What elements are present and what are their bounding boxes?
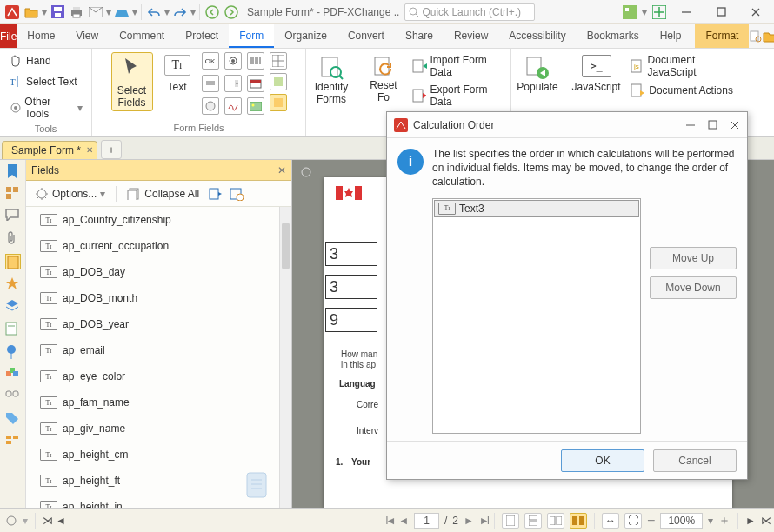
redo-icon[interactable] xyxy=(171,3,189,21)
3d-panel-icon[interactable] xyxy=(5,367,21,382)
dropdown-field-icon[interactable] xyxy=(224,75,242,92)
fit-width-icon[interactable]: ↔ xyxy=(602,513,619,529)
minimize-button[interactable] xyxy=(685,120,696,130)
tab-view[interactable]: View xyxy=(65,24,109,48)
list-item[interactable]: TIap_DOB_year xyxy=(26,311,291,337)
text-field-button[interactable]: TI Text xyxy=(157,52,198,96)
tab-home[interactable]: Home xyxy=(17,24,65,48)
search-folder-icon[interactable] xyxy=(763,24,774,48)
layout-two-icon[interactable] xyxy=(547,513,564,529)
tab-organize[interactable]: Organize xyxy=(274,24,337,48)
ok-button[interactable]: OK xyxy=(561,449,644,472)
page-current[interactable]: 1 xyxy=(414,513,439,529)
hand-tool[interactable]: Hand xyxy=(5,52,55,70)
document-javascript[interactable]: jsDocument JavaScript xyxy=(626,52,741,80)
list-item[interactable]: TIap_height_cm xyxy=(26,442,291,468)
nav-fwd-icon[interactable] xyxy=(223,3,240,21)
list-item[interactable]: TIap_Country_citizenship xyxy=(26,207,291,233)
zoom-in-icon[interactable]: ＋ xyxy=(718,513,731,529)
layers-panel-icon[interactable] xyxy=(5,299,21,315)
page-prev-icon[interactable]: ◄ xyxy=(398,515,409,527)
print-icon[interactable] xyxy=(68,3,85,21)
collapse-all[interactable]: Collapse All xyxy=(123,186,203,202)
zoom-out-icon[interactable]: − xyxy=(647,513,655,529)
tab-help[interactable]: Help xyxy=(650,24,692,48)
save-icon[interactable] xyxy=(49,3,66,21)
date-field-icon[interactable] xyxy=(247,75,264,92)
quick-launch-input[interactable]: Quick Launch (Ctrl+.) xyxy=(404,3,535,21)
other-tools[interactable]: Other Tools▾ xyxy=(5,94,86,122)
tab-bookmarks[interactable]: Bookmarks xyxy=(577,24,650,48)
document-tab[interactable]: Sample Form * ✕ xyxy=(2,141,97,159)
comments-panel-icon[interactable] xyxy=(5,209,21,224)
page-last-icon[interactable]: ►I xyxy=(479,515,487,527)
close-icon[interactable]: ✕ xyxy=(86,145,93,155)
select-fields-button[interactable]: Select Fields xyxy=(111,52,153,111)
page-first-icon[interactable]: I◄ xyxy=(385,515,393,527)
new-tab-button[interactable]: ＋ xyxy=(101,140,122,159)
ext-icon-1[interactable] xyxy=(623,5,637,19)
button-field-icon[interactable] xyxy=(202,97,219,115)
status-next-icon[interactable]: ► xyxy=(745,515,756,527)
fields-panel-icon[interactable] xyxy=(5,254,21,269)
tab-convert[interactable]: Convert xyxy=(337,24,395,48)
grid-settings-icon[interactable] xyxy=(270,52,287,70)
zoom-value[interactable]: 100% xyxy=(660,513,703,529)
export-form-data[interactable]: Export Form Data xyxy=(408,82,505,110)
list-item[interactable]: TIap_DOB_month xyxy=(26,285,291,311)
more-panel-icon[interactable] xyxy=(5,435,21,450)
scrollbar[interactable] xyxy=(279,207,291,508)
signatures-panel-icon[interactable] xyxy=(5,276,21,292)
content-panel-icon[interactable] xyxy=(5,322,21,337)
tab-share[interactable]: Share xyxy=(395,24,444,48)
highlight-fields-icon[interactable] xyxy=(270,73,287,90)
status-first-icon[interactable]: ⋊ xyxy=(43,515,50,527)
attachments-panel-icon[interactable] xyxy=(5,231,21,247)
move-down-button[interactable]: Move Down xyxy=(650,276,737,299)
list-item[interactable]: TIap_fam_name xyxy=(26,389,291,416)
tab-form[interactable]: Form xyxy=(229,24,274,48)
tab-format[interactable]: Format xyxy=(695,24,749,48)
cancel-button[interactable]: Cancel xyxy=(653,449,737,472)
import-form-data[interactable]: Import Form Data xyxy=(408,52,505,80)
form-prefs-icon[interactable] xyxy=(270,94,287,111)
minimize-button[interactable] xyxy=(671,2,701,23)
close-button[interactable] xyxy=(730,120,740,130)
form-value-3[interactable]: 9 xyxy=(325,308,377,332)
maximize-button[interactable] xyxy=(706,2,736,23)
file-tab[interactable]: File xyxy=(0,24,17,48)
list-item[interactable]: TIap_DOB_day xyxy=(26,259,291,285)
barcode-field-icon[interactable] xyxy=(247,52,264,70)
move-up-button[interactable]: Move Up xyxy=(650,247,737,269)
close-button[interactable] xyxy=(741,2,771,23)
ext-icon-2[interactable] xyxy=(652,5,666,19)
links-panel-icon[interactable] xyxy=(5,389,21,405)
status-prev-icon[interactable]: ◄ xyxy=(56,515,66,527)
radio-field-icon[interactable] xyxy=(224,52,242,70)
calc-order-list[interactable]: TI Text3 xyxy=(432,198,641,434)
reset-form-button[interactable]: ResetFo xyxy=(363,52,404,106)
fields-options[interactable]: Options...▾ xyxy=(31,185,109,203)
find-icon[interactable] xyxy=(749,24,763,48)
open-icon[interactable] xyxy=(23,3,40,21)
bookmark-panel-icon[interactable] xyxy=(5,163,21,179)
fields-tool-1[interactable] xyxy=(208,187,224,201)
tab-protect[interactable]: Protect xyxy=(175,24,229,48)
tab-review[interactable]: Review xyxy=(444,24,498,48)
scan-icon[interactable] xyxy=(113,3,130,21)
mail-icon[interactable] xyxy=(87,3,104,21)
status-last-icon[interactable]: ⋉ xyxy=(761,515,769,527)
tab-comment[interactable]: Comment xyxy=(109,24,175,48)
select-text-tool[interactable]: TSelect Text xyxy=(5,73,80,90)
nav-back-icon[interactable] xyxy=(204,3,221,21)
list-item[interactable]: TIap_giv_name xyxy=(26,416,291,442)
options-icon[interactable] xyxy=(299,165,313,179)
list-item[interactable]: TIap_email xyxy=(26,337,291,363)
javascript-button[interactable]: >_ JavaScript xyxy=(570,52,623,96)
fit-page-icon[interactable]: ⛶ xyxy=(624,513,642,529)
page-next-icon[interactable]: ► xyxy=(464,515,474,527)
list-item[interactable]: TI Text3 xyxy=(434,200,639,217)
options-icon[interactable] xyxy=(5,515,17,527)
checkbox-field-icon[interactable]: OK xyxy=(202,52,219,70)
maximize-button[interactable] xyxy=(708,120,717,130)
